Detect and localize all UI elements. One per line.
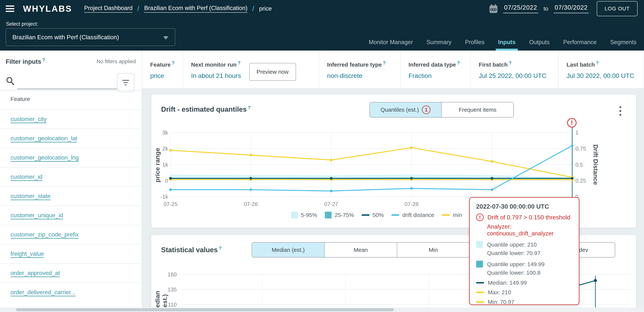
toggle-min[interactable]: Min xyxy=(397,243,470,257)
info-cell-content: Feature?price xyxy=(150,60,174,88)
tab-profiles[interactable]: Profiles xyxy=(465,39,484,51)
feature-link-customer-unique-id[interactable]: customer_unique_id xyxy=(10,212,63,219)
tooltip-stat-row: Median: 149.99 xyxy=(476,279,573,286)
filter-button[interactable] xyxy=(117,73,134,92)
legend-label: 5-95% xyxy=(301,212,317,218)
svg-text:Drift Distance: Drift Distance xyxy=(592,145,599,185)
top-header: WHYLABS Project Dashboard / Brazilian Ec… xyxy=(0,0,644,51)
toggle-quantiles-est-[interactable]: Quantiles (est.)1 xyxy=(370,102,442,117)
svg-text:3k: 3k xyxy=(162,130,168,136)
tooltip-stat-row: Min: 70.97 xyxy=(476,299,573,305)
feature-info-strip: Feature?priceNext monitor run?In about 2… xyxy=(142,51,644,89)
breadcrumb-separator: / xyxy=(252,5,254,13)
feature-link-customer-geolocation-lng[interactable]: customer_geolocation_lng xyxy=(10,154,79,161)
kebab-menu-icon[interactable] xyxy=(615,103,626,119)
info-cell-content: First batch?Jul 25 2022, 00:00 UTC xyxy=(479,60,546,88)
toggle-frequent-items[interactable]: Frequent items xyxy=(442,102,514,117)
breadcrumb-project-dashboard[interactable]: Project Dashboard xyxy=(84,5,133,13)
feature-link-order-delivered-carrier-[interactable]: order_delivered_carrier... xyxy=(10,289,76,296)
active-tab-underline xyxy=(496,49,518,51)
alert-icon: ! xyxy=(476,213,484,221)
drift-card-title: Drift - estimated quantiles? xyxy=(161,105,250,113)
info-cell-feature: Feature?price xyxy=(142,51,183,88)
info-label: Inferred data type? xyxy=(408,60,460,68)
hamburger-menu-icon[interactable] xyxy=(6,6,14,12)
feature-row: customer_state xyxy=(0,186,142,206)
tab-outputs[interactable]: Outputs xyxy=(529,39,550,51)
legend-label: drift distance xyxy=(402,212,434,218)
info-cell-content: Last batch?Jul 30 2022, 00:00 UTC xyxy=(566,60,634,88)
info-value: price xyxy=(150,72,174,79)
filters-status-text: No filters applied xyxy=(96,59,136,65)
help-icon[interactable]: ? xyxy=(596,60,599,66)
scrollbar-thumb[interactable] xyxy=(16,308,394,311)
feature-row: order_delivered_carrier... xyxy=(0,282,142,302)
help-icon[interactable]: ? xyxy=(238,60,240,66)
tab-inputs[interactable]: Inputs xyxy=(498,39,516,51)
main-nav-tabs: Monitor ManagerSummaryProfilesInputsOutp… xyxy=(369,39,636,51)
toggle-mean[interactable]: Mean xyxy=(325,243,397,257)
log-out-button[interactable]: LOG OUT xyxy=(597,1,638,16)
quantile-lines: Quantile upper: 210Quantile lower: 70.97 xyxy=(487,240,540,257)
tooltip-quantile-group: Quantile upper: 149.99Quantile lower: 10… xyxy=(476,260,573,277)
search-input[interactable] xyxy=(17,75,120,89)
breadcrumb-feature: price xyxy=(259,5,272,12)
legend-item-50-: 50% xyxy=(362,212,384,218)
help-icon[interactable]: ? xyxy=(248,105,250,110)
info-cell-content: Inferred data type?Fraction xyxy=(408,60,460,88)
tab-summary[interactable]: Summary xyxy=(426,39,452,51)
date-range-to-label: to xyxy=(544,6,548,12)
feature-row: customer_city xyxy=(0,109,142,129)
info-cell-inferred-data-type: Inferred data type?Fraction xyxy=(400,51,471,88)
svg-text:07-25: 07-25 xyxy=(164,201,178,207)
legend-item-drift-distance: drift distance xyxy=(391,212,434,218)
drift-chart[interactable]: 3k2k1k0-1k10.750.50.25007-2507-2607-2707… xyxy=(154,119,608,209)
feature-link-customer-zip-code-prefix[interactable]: customer_zip_code_prefix xyxy=(10,231,79,238)
toggle-median-est-[interactable]: Median (est.) xyxy=(252,243,325,257)
feature-list: customer_citycustomer_geolocation_latcus… xyxy=(0,109,142,302)
feature-link-order-approved-at[interactable]: order_approved_at xyxy=(10,270,60,276)
quantile-lines: Quantile upper: 149.99Quantile lower: 10… xyxy=(487,260,544,277)
legend-label: min xyxy=(453,212,462,218)
drift-chart-legend: 5-95%25-75%50%drift distanceminmax xyxy=(291,212,491,218)
help-icon[interactable]: ? xyxy=(457,60,460,66)
svg-text:110: 110 xyxy=(168,302,177,308)
help-icon[interactable]: ? xyxy=(383,60,386,66)
breadcrumb-model[interactable]: Brazilian Ecom with Perf (Classification… xyxy=(144,5,248,13)
help-icon[interactable]: ? xyxy=(509,60,512,66)
feature-link-customer-city[interactable]: customer_city xyxy=(10,116,46,123)
legend-swatch xyxy=(291,212,298,218)
feature-link-freight-value[interactable]: freight_value xyxy=(10,250,44,257)
tooltip-stats: Median: 149.99Max: 210Min: 70.97Drift Di… xyxy=(476,279,573,312)
project-select-value: Brazilian Ecom with Perf (Classification… xyxy=(12,34,119,41)
search-icon xyxy=(6,76,15,85)
feature-row: customer_geolocation_lng xyxy=(0,148,142,167)
feature-link-customer-geolocation-lat[interactable]: customer_geolocation_lat xyxy=(10,135,77,142)
tab-performance[interactable]: Performance xyxy=(563,39,596,51)
date-range-start-input[interactable]: 07/25/2022 xyxy=(503,4,538,14)
tab-monitor-manager[interactable]: Monitor Manager xyxy=(369,39,413,51)
tab-segments[interactable]: Segments xyxy=(610,39,636,51)
date-range-end-input[interactable]: 07/30/2022 xyxy=(554,4,589,14)
legend-item-5-95-: 5-95% xyxy=(291,212,317,218)
info-cell-last-batch: Last batch?Jul 30 2022, 00:00 UTC xyxy=(559,51,644,88)
filter-sidebar: Filter inputs? No filters applied Featur… xyxy=(0,51,142,312)
project-select-dropdown[interactable]: Brazilian Ecom with Perf (Classification… xyxy=(6,28,175,46)
help-icon[interactable]: ? xyxy=(42,57,45,63)
stat-text: Median: 149.99 xyxy=(488,279,527,286)
svg-text:1k: 1k xyxy=(162,162,168,168)
preview-now-button[interactable]: Preview now xyxy=(249,63,296,81)
feature-link-customer-id[interactable]: customer_id xyxy=(10,174,42,180)
svg-text:07-28: 07-28 xyxy=(404,201,418,207)
drift-alert-icon[interactable]: ! xyxy=(567,118,576,128)
help-icon[interactable]: ? xyxy=(219,246,222,251)
help-icon[interactable]: ? xyxy=(172,60,174,66)
drift-tooltip: 2022-07-30 00:00:00 UTC ! Drift of 0.797… xyxy=(469,197,579,305)
feature-row: freight_value xyxy=(0,244,142,263)
stat-line-swatch xyxy=(476,292,484,293)
feature-link-customer-state[interactable]: customer_state xyxy=(10,193,50,200)
svg-text:0.5: 0.5 xyxy=(576,162,583,168)
stat-line-swatch xyxy=(476,301,484,303)
quantile-swatch xyxy=(476,261,483,267)
calendar-icon[interactable] xyxy=(489,4,498,14)
